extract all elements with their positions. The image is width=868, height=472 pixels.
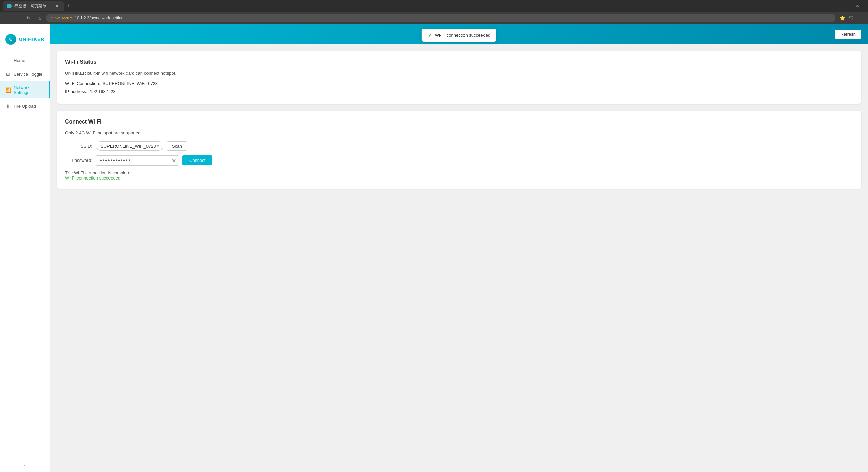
home-nav-button[interactable]: ⌂ <box>35 14 44 22</box>
connect-wifi-card: Connect Wi-Fi Only 2.4G Wi-Fi hotspot ar… <box>57 111 861 189</box>
url-text: 10.1.2.3/pc/network-setting <box>75 16 123 20</box>
connect-wifi-title: Connect Wi-Fi <box>65 119 853 125</box>
address-field[interactable]: ⚠ Not secure 10.1.2.3/pc/network-setting <box>46 14 835 22</box>
tab-close-button[interactable]: ✕ <box>54 3 60 9</box>
logo-text: UNIHIKER <box>19 37 45 42</box>
home-icon: ⌂ <box>5 58 11 63</box>
shield-icon[interactable]: 🛡 <box>847 14 856 22</box>
sidebar-item-service-toggle[interactable]: ⊞ Service Toggle <box>0 68 50 80</box>
service-toggle-icon: ⊞ <box>5 71 11 77</box>
ip-address-value: 192.168.1.23 <box>90 89 116 94</box>
wifi-connection-row: Wi-Fi Connection: SUPERONLINE_WiFi_0728 <box>65 80 853 88</box>
tab-title: 行空板 - 网页菜单 <box>14 3 52 9</box>
scan-button[interactable]: Scan <box>167 141 187 151</box>
main-content: ✔ Wi-Fi connection succeeded Refresh Wi-… <box>50 24 868 472</box>
password-row: Password: 👁 Connect <box>65 155 853 166</box>
ssid-label: SSID: <box>65 144 92 149</box>
wifi-status-title: Wi-Fi Status <box>65 59 853 65</box>
browser-action-icons: ⭐ 🛡 ⋮ <box>837 14 865 22</box>
ssid-row: SSID: SUPERONLINE_WiFi_0728 Scan <box>65 141 853 151</box>
password-input-wrap: 👁 <box>96 155 179 166</box>
back-button[interactable]: ← <box>3 14 12 22</box>
wifi-connection-value: SUPERONLINE_WiFi_0728 <box>103 81 158 86</box>
status-complete-text: The Wi-Fi connection is complete <box>65 170 853 175</box>
connect-button[interactable]: Connect <box>182 155 212 165</box>
password-input[interactable] <box>96 155 179 166</box>
ip-address-label: IP address: <box>65 89 87 94</box>
reload-button[interactable]: ↻ <box>24 14 33 22</box>
status-success-text: Wi-Fi connection succeeded <box>65 175 853 181</box>
wifi-connection-label: Wi-Fi Connection: <box>65 81 100 86</box>
sidebar-item-label-network-settings: Network Settings <box>14 85 43 95</box>
address-bar: ← → ↻ ⌂ ⚠ Not secure 10.1.2.3/pc/network… <box>0 12 868 24</box>
browser-tab[interactable]: 行空板 - 网页菜单 ✕ <box>3 1 64 11</box>
sidebar-item-home[interactable]: ⌂ Home <box>0 54 50 67</box>
menu-icon[interactable]: ⋮ <box>856 14 865 22</box>
close-button[interactable]: ✕ <box>850 0 865 12</box>
connection-status-area: The Wi-Fi connection is complete Wi-Fi c… <box>65 170 853 181</box>
forward-button[interactable]: → <box>14 14 22 22</box>
content-area: Wi-Fi Status UNIHIKER built-in wifi netw… <box>50 44 868 195</box>
ip-address-row: IP address: 192.168.1.23 <box>65 88 853 95</box>
extensions-icon[interactable]: ⭐ <box>837 14 846 22</box>
sidebar: U UNIHIKER ⌂ Home ⊞ Service Toggle 📶 Net… <box>0 24 50 472</box>
sidebar-logo: U UNIHIKER <box>0 31 50 53</box>
toast-notification: ✔ Wi-Fi connection succeeded <box>422 29 496 42</box>
toggle-password-icon[interactable]: 👁 <box>172 158 176 163</box>
toast-message: Wi-Fi connection succeeded <box>435 33 490 38</box>
ssid-select[interactable]: SUPERONLINE_WiFi_0728 <box>96 141 163 151</box>
app-layout: U UNIHIKER ⌂ Home ⊞ Service Toggle 📶 Net… <box>0 24 868 472</box>
sidebar-item-label-file-upload: File Upload <box>14 103 36 109</box>
sidebar-item-label-service-toggle: Service Toggle <box>14 72 42 77</box>
new-tab-button[interactable]: + <box>67 3 71 10</box>
restore-button[interactable]: □ <box>834 0 850 12</box>
upload-icon: ⬆ <box>5 103 11 109</box>
sidebar-item-network-settings[interactable]: 📶 Network Settings <box>0 81 50 98</box>
window-controls: — □ ✕ <box>818 0 865 12</box>
collapse-icon: ‹ <box>24 462 26 468</box>
refresh-button[interactable]: Refresh <box>835 30 861 39</box>
minimize-button[interactable]: — <box>818 0 834 12</box>
wifi-hotspot-note: Only 2.4G Wi-Fi hotspot are supported. <box>65 130 853 135</box>
tab-favicon-icon <box>7 4 12 8</box>
top-bar: ✔ Wi-Fi connection succeeded Refresh <box>50 24 868 44</box>
toast-success-icon: ✔ <box>428 32 432 38</box>
wifi-icon: 📶 <box>5 87 11 93</box>
logo-icon: U <box>5 34 16 45</box>
wifi-status-card: Wi-Fi Status UNIHIKER built-in wifi netw… <box>57 51 861 104</box>
security-indicator: ⚠ Not secure <box>50 16 73 20</box>
wifi-status-description: UNIHIKER built-in wifi network card can … <box>65 71 853 76</box>
browser-chrome: 行空板 - 网页菜单 ✕ + — □ ✕ <box>0 0 868 12</box>
sidebar-collapse-button[interactable]: ‹ <box>24 462 26 468</box>
sidebar-item-label-home: Home <box>14 58 25 63</box>
wifi-connection-info: Wi-Fi Connection: SUPERONLINE_WiFi_0728 … <box>65 80 853 96</box>
password-label: Password: <box>65 158 92 163</box>
sidebar-item-file-upload[interactable]: ⬆ File Upload <box>0 100 50 112</box>
